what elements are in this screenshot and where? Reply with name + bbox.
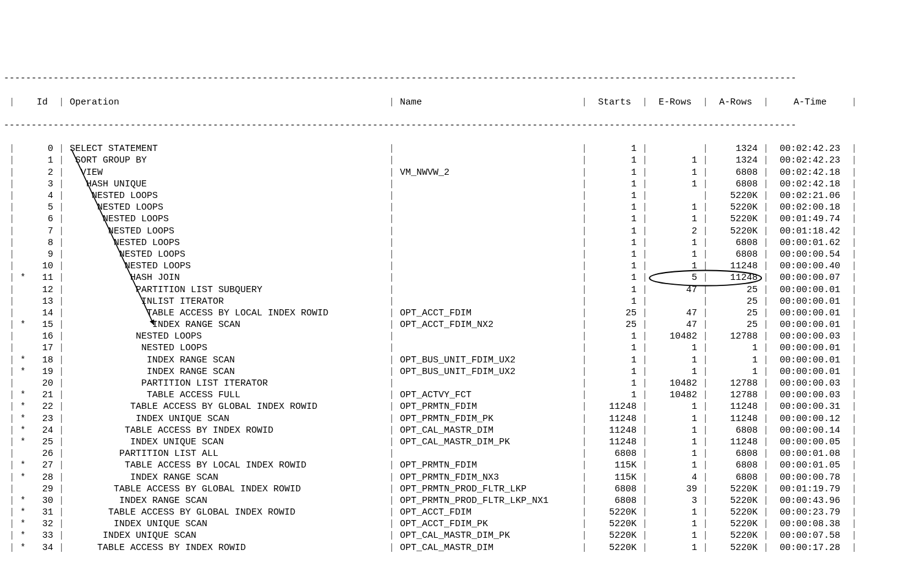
table-row: |*11| HASH JOIN||1|5|11248|00:00:00.07| [4, 272, 920, 284]
cell-starts: 1 [593, 202, 637, 213]
cell-starts: 25 [593, 307, 637, 319]
cell-starts: 6808 [593, 495, 637, 507]
cell-atime: 00:00:00.01 [774, 284, 846, 296]
cell-starts: 1 [593, 354, 637, 366]
cell-atime: 00:02:21.06 [774, 190, 846, 202]
cell-erows: 10482 [653, 378, 697, 389]
cell-atime: 00:01:49.74 [774, 213, 846, 225]
cell-erows: 1 [653, 542, 697, 554]
table-row: |13| INLIST ITERATOR||1||25|00:00:00.01| [4, 296, 920, 307]
cell-erows: 1 [653, 249, 697, 260]
table-row: |0|SELECT STATEMENT||1||1324|00:02:42.23… [4, 143, 920, 155]
cell-name: OPT_ACCT_FDIM_NX2 [400, 319, 576, 331]
table-row: |*25| INDEX UNIQUE SCAN|OPT_CAL_MASTR_DI… [4, 436, 920, 448]
table-row: |16| NESTED LOOPS||1|10482|12788|00:00:0… [4, 331, 920, 342]
cell-name: OPT_ACCT_FDIM [400, 507, 576, 518]
col-name: Name [400, 97, 576, 108]
cell-operation: NESTED LOOPS [70, 213, 383, 225]
table-row: |10| NESTED LOOPS||1|1|11248|00:00:00.40… [4, 260, 920, 272]
cell-operation: PARTITION LIST ALL [70, 448, 383, 460]
cell-operation: INDEX UNIQUE SCAN [70, 436, 383, 448]
predicate-star: * [20, 272, 31, 284]
cell-id: 4 [31, 190, 53, 202]
predicate-star: * [20, 507, 31, 518]
table-row: |5| NESTED LOOPS||1|1|5220K|00:02:00.18| [4, 202, 920, 213]
cell-id: 26 [31, 448, 53, 460]
table-row: |6| NESTED LOOPS||1|1|5220K|00:01:49.74| [4, 213, 920, 225]
cell-arows: 11248 [714, 401, 758, 413]
cell-atime: 00:00:00.01 [774, 296, 846, 307]
cell-id: 31 [31, 507, 53, 518]
cell-starts: 1 [593, 331, 637, 342]
cell-starts: 6808 [593, 448, 637, 460]
cell-arows: 1324 [714, 155, 758, 166]
cell-id: 15 [31, 319, 53, 331]
cell-atime: 00:01:19.79 [774, 483, 846, 495]
cell-arows: 1 [714, 354, 758, 366]
cell-arows: 5220K [714, 507, 758, 518]
predicate-star: * [20, 413, 31, 425]
plan-rows: |0|SELECT STATEMENT||1||1324|00:02:42.23… [4, 143, 920, 554]
cell-operation: TABLE ACCESS FULL [70, 389, 383, 401]
table-row: |1| SORT GROUP BY||1|1|1324|00:02:42.23| [4, 155, 920, 166]
cell-name: OPT_BUS_UNIT_FDIM_UX2 [400, 354, 576, 366]
table-row: |4| NESTED LOOPS||1||5220K|00:02:21.06| [4, 190, 920, 202]
cell-operation: NESTED LOOPS [70, 226, 383, 237]
cell-atime: 00:00:00.05 [774, 436, 846, 448]
cell-starts: 25 [593, 319, 637, 331]
cell-erows: 1 [653, 178, 697, 190]
cell-name: OPT_BUS_UNIT_FDIM_UX2 [400, 366, 576, 378]
cell-id: 16 [31, 331, 53, 342]
table-row: |2| VIEW|VM_NWVW_2|1|1|6808|00:02:42.18| [4, 167, 920, 178]
cell-atime: 00:01:18.42 [774, 226, 846, 237]
table-row: |*23| INDEX UNIQUE SCAN|OPT_PRMTN_FDIM_P… [4, 413, 920, 425]
cell-operation: HASH UNIQUE [70, 178, 383, 190]
cell-arows: 12788 [714, 378, 758, 389]
cell-atime: 00:00:43.96 [774, 495, 846, 507]
cell-id: 11 [31, 272, 53, 284]
col-starts: Starts [593, 97, 637, 108]
cell-starts: 1 [593, 155, 637, 166]
cell-id: 34 [31, 542, 53, 554]
table-row: |26| PARTITION LIST ALL||6808|1|6808|00:… [4, 448, 920, 460]
cell-atime: 00:00:00.01 [774, 342, 846, 354]
cell-erows: 1 [653, 518, 697, 530]
table-row: |8| NESTED LOOPS||1|1|6808|00:00:01.62| [4, 237, 920, 249]
cell-arows: 6808 [714, 237, 758, 249]
table-row: |*33| INDEX UNIQUE SCAN|OPT_CAL_MASTR_DI… [4, 530, 920, 541]
cell-id: 5 [31, 202, 53, 213]
cell-starts: 1 [593, 378, 637, 389]
cell-erows: 5 [653, 272, 697, 284]
cell-atime: 00:02:42.23 [774, 143, 846, 155]
cell-erows: 3 [653, 495, 697, 507]
cell-operation: INDEX UNIQUE SCAN [70, 518, 383, 530]
cell-starts: 5220K [593, 507, 637, 518]
cell-operation: INLIST ITERATOR [70, 296, 383, 307]
cell-starts: 115K [593, 460, 637, 471]
cell-operation: INDEX RANGE SCAN [70, 472, 383, 483]
cell-erows: 1 [653, 530, 697, 541]
cell-id: 32 [31, 518, 53, 530]
cell-operation: HASH JOIN [70, 272, 383, 284]
cell-arows: 6808 [714, 448, 758, 460]
cell-arows: 6808 [714, 460, 758, 471]
cell-atime: 00:00:00.03 [774, 389, 846, 401]
cell-operation: NESTED LOOPS [70, 260, 383, 272]
cell-atime: 00:00:00.01 [774, 366, 846, 378]
cell-starts: 115K [593, 472, 637, 483]
cell-id: 14 [31, 307, 53, 319]
cell-arows: 12788 [714, 331, 758, 342]
cell-erows: 1 [653, 413, 697, 425]
cell-erows: 1 [653, 507, 697, 518]
cell-operation: TABLE ACCESS BY LOCAL INDEX ROWID [70, 307, 383, 319]
cell-atime: 00:00:00.07 [774, 272, 846, 284]
cell-operation: INDEX RANGE SCAN [70, 319, 383, 331]
execution-plan-table: ----------------------------------------… [0, 59, 924, 561]
cell-arows: 6808 [714, 167, 758, 178]
cell-arows: 5220K [714, 213, 758, 225]
table-row: |*27| TABLE ACCESS BY LOCAL INDEX ROWID|… [4, 460, 920, 471]
cell-starts: 11248 [593, 401, 637, 413]
cell-starts: 1 [593, 366, 637, 378]
predicate-star: * [20, 518, 31, 530]
cell-operation: SELECT STATEMENT [70, 143, 383, 155]
